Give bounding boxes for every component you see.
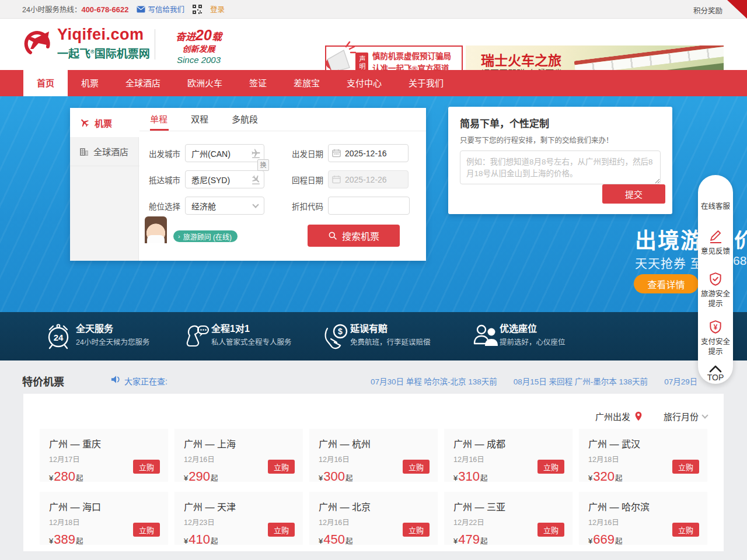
submit-button[interactable]: 提交 bbox=[602, 184, 665, 204]
plane-icon bbox=[79, 117, 90, 128]
travel-safety-link[interactable]: 旅游安全 提示 bbox=[701, 272, 730, 309]
write-us-link[interactable]: 写信给我们 bbox=[137, 4, 184, 15]
trip-tab-multicity[interactable]: 多航段 bbox=[232, 108, 258, 131]
feature-desc: 免费航班，行李延误赔偿 bbox=[350, 336, 431, 347]
card-route[interactable]: 广州 — 北京 bbox=[319, 499, 428, 513]
buy-now-button[interactable]: 立购 bbox=[672, 523, 699, 537]
anniversary-badge: 奋进20载 创新发展 Since 2003 bbox=[165, 27, 232, 65]
currency: ¥ bbox=[184, 537, 188, 545]
card-route[interactable]: 广州 — 海口 bbox=[49, 499, 159, 513]
login-link[interactable]: 登录 bbox=[210, 4, 225, 15]
price: 410 bbox=[189, 532, 210, 547]
hero-subline: 天天抢券 至 bbox=[635, 254, 703, 271]
rewards-link[interactable]: 积分奖励 bbox=[693, 5, 722, 16]
buy-now-button[interactable]: 立购 bbox=[268, 523, 295, 537]
ticker-item[interactable]: 08月15日 来回程 广州-墨尔本 138天前 bbox=[514, 375, 648, 387]
online-service-link[interactable]: 在线客服 bbox=[701, 202, 730, 212]
card-route[interactable]: 广州 — 杭州 bbox=[319, 436, 428, 450]
fare-card: 广州 — 重庆 12月17日 ¥280起 立购 bbox=[40, 429, 168, 482]
feedback-link[interactable]: 意见反馈 bbox=[701, 229, 730, 257]
swap-cities-button[interactable]: 换 bbox=[257, 159, 269, 171]
price: 669 bbox=[593, 532, 615, 547]
nav-item-home[interactable]: 首页 bbox=[23, 70, 68, 96]
agent-chat-icon bbox=[183, 321, 212, 351]
qr-code-icon[interactable] bbox=[193, 5, 202, 14]
to-city-field-wrap bbox=[185, 170, 264, 188]
cabin-select[interactable]: 经济舱 bbox=[185, 197, 264, 215]
hotline-number: 400-678-6622 bbox=[81, 5, 128, 14]
buy-now-button[interactable]: 立购 bbox=[403, 460, 430, 474]
nav-item-eu-trains[interactable]: 欧洲火车 bbox=[174, 70, 236, 96]
fare-card: 广州 — 哈尔滨 12月16日 ¥669起 立购 bbox=[579, 492, 707, 545]
plane-depart-icon bbox=[251, 148, 261, 158]
travel-advisor-button[interactable]: › 旅游顾问 (在线) bbox=[173, 230, 238, 242]
custom-order-title: 简易下单，个性定制 bbox=[460, 116, 661, 130]
fare-card: 广州 — 杭州 12月16日 ¥300起 立购 bbox=[309, 429, 438, 482]
payment-safety-link[interactable]: ¥ 支付安全 提示 bbox=[701, 320, 730, 357]
price: 310 bbox=[458, 469, 480, 484]
travel-month-filter[interactable]: 旅行月份 bbox=[664, 410, 707, 422]
logo[interactable]: Yiqifei.com 一起飞®国际机票网 bbox=[22, 27, 150, 61]
card-route[interactable]: 广州 — 武汉 bbox=[588, 436, 698, 450]
advisor-avatar bbox=[145, 216, 167, 243]
nav-item-visa[interactable]: 签证 bbox=[236, 70, 280, 96]
price: 290 bbox=[189, 469, 210, 484]
card-route[interactable]: 广州 — 成都 bbox=[453, 436, 563, 450]
nav-item-flights[interactable]: 机票 bbox=[68, 70, 112, 96]
discount-code-label: 折扣代码 bbox=[292, 200, 328, 212]
svg-text:24: 24 bbox=[54, 332, 64, 342]
buy-now-button[interactable]: 立购 bbox=[133, 460, 160, 474]
card-route[interactable]: 广州 — 上海 bbox=[184, 436, 294, 450]
from-suffix: 起 bbox=[480, 472, 488, 483]
ticker-item[interactable]: 07月29日 单程 厦门-雅 bbox=[664, 375, 696, 387]
discount-code-input[interactable] bbox=[328, 197, 410, 215]
buy-now-button[interactable]: 立购 bbox=[537, 523, 564, 537]
tab-flights[interactable]: 机票 bbox=[70, 108, 139, 137]
calendar-icon bbox=[332, 149, 341, 158]
trip-tab-oneway[interactable]: 单程 bbox=[150, 108, 167, 131]
hero-headline: 出境游 bbox=[635, 223, 703, 255]
trending-label[interactable]: 大家正在查: bbox=[124, 375, 167, 387]
tab-hotels[interactable]: 全球酒店 bbox=[70, 137, 139, 166]
card-route[interactable]: 广州 — 天津 bbox=[184, 499, 294, 513]
search-flights-button[interactable]: 搜索机票 bbox=[308, 225, 400, 247]
back-to-top-button[interactable]: TOP bbox=[707, 365, 724, 383]
topbar: 24小时服务热线：400-678-6622 写信给我们 登录 积分奖励 bbox=[0, 0, 747, 19]
view-details-button[interactable]: 查看详情 bbox=[634, 274, 699, 293]
from-suffix: 起 bbox=[480, 535, 488, 546]
buy-now-button[interactable]: 立购 bbox=[268, 460, 295, 474]
hotline-label: 24小时服务热线：400-678-6622 bbox=[22, 4, 128, 15]
origin-filter[interactable]: 广州出发 bbox=[595, 410, 643, 422]
shield-check-icon bbox=[708, 272, 723, 287]
shield-yen-icon: ¥ bbox=[708, 320, 723, 335]
from-suffix: 起 bbox=[76, 472, 83, 483]
buy-now-button[interactable]: 立购 bbox=[133, 523, 160, 537]
price: 479 bbox=[458, 532, 480, 547]
itinerary-textarea[interactable] bbox=[460, 150, 661, 184]
people-seats-icon bbox=[472, 321, 501, 351]
card-route[interactable]: 广州 — 重庆 bbox=[49, 436, 159, 450]
discount-field-wrap bbox=[328, 197, 410, 215]
flight-search-widget: 机票 全球酒店 单程 双程 多航段 出发城市 出发日期 bbox=[70, 108, 426, 261]
trip-tab-roundtrip[interactable]: 双程 bbox=[191, 108, 208, 131]
arrow-icon: › bbox=[178, 233, 180, 240]
deals-header-row: 特价机票 大家正在查: 07月30日 单程 哈尔滨-北京 138天前 08月15… bbox=[0, 360, 747, 394]
buy-now-button[interactable]: 立购 bbox=[672, 460, 699, 474]
fare-card: 广州 — 上海 12月16日 ¥290起 立购 bbox=[174, 429, 303, 482]
nav-item-biz-travel[interactable]: 差旅宝 bbox=[280, 70, 333, 96]
buy-now-button[interactable]: 立购 bbox=[537, 460, 564, 474]
envelope-icon bbox=[137, 6, 145, 13]
nav-item-hotels[interactable]: 全球酒店 bbox=[112, 70, 174, 96]
ticker-item[interactable]: 07月30日 单程 哈尔滨-北京 138天前 bbox=[371, 375, 497, 387]
buy-now-button[interactable]: 立购 bbox=[403, 523, 430, 537]
card-route[interactable]: 广州 — 三亚 bbox=[453, 499, 563, 513]
plane-arrive-icon bbox=[251, 174, 261, 184]
fare-card: 广州 — 成都 12月16日 ¥310起 立购 bbox=[444, 429, 573, 482]
nav-item-about[interactable]: 关于我们 bbox=[395, 70, 457, 96]
feature-desc: 24小时全天候为您服务 bbox=[76, 336, 149, 347]
nav-item-payment[interactable]: 支付中心 bbox=[333, 70, 395, 96]
card-route[interactable]: 广州 — 哈尔滨 bbox=[588, 499, 698, 513]
logo-subtitle: 一起飞®国际机票网 bbox=[57, 45, 150, 61]
location-pin-icon bbox=[634, 411, 643, 421]
feature-desc: 私人管家式全程专人服务 bbox=[211, 336, 292, 347]
